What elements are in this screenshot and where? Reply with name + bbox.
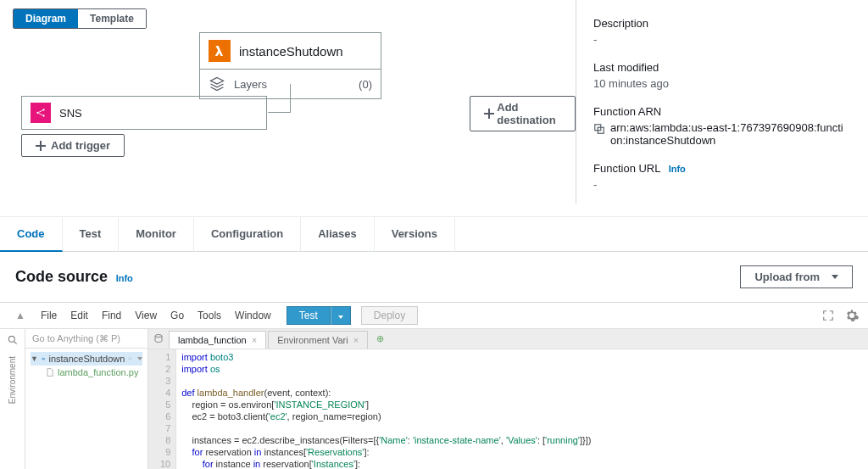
function-url-label: Function URL <box>593 162 660 175</box>
svg-point-0 <box>36 112 38 114</box>
last-modified-label: Last modified <box>593 61 847 74</box>
add-trigger-label: Add trigger <box>51 139 110 152</box>
svg-point-2 <box>42 114 44 116</box>
chevron-down-icon <box>137 357 142 360</box>
connector <box>290 84 291 113</box>
environment-tab[interactable]: Environment <box>8 356 17 404</box>
plus-icon <box>484 109 492 119</box>
tab-diagram[interactable]: Diagram <box>14 9 78 28</box>
code-editor[interactable]: 1234567891011121314 import boto3import o… <box>148 349 868 469</box>
svg-point-1 <box>42 109 44 110</box>
info-link[interactable]: Info <box>669 164 686 174</box>
add-destination-label: Add destination <box>497 101 561 126</box>
tree-file[interactable]: lambda_function.py <box>31 366 142 379</box>
connector <box>268 112 291 113</box>
tree-file-label: lambda_function.py <box>58 367 138 377</box>
tab-configuration[interactable]: Configuration <box>194 217 301 251</box>
function-name-label: instanceShutdown <box>239 44 343 59</box>
ide-test-button[interactable]: Test <box>287 306 331 325</box>
copy-icon[interactable] <box>593 123 605 135</box>
editor-tab[interactable]: Environment Vari× <box>268 331 368 349</box>
editor-tabs: lambda_function×Environment Vari×⊕ <box>148 329 868 349</box>
layers-label: Layers <box>234 78 267 91</box>
svg-point-5 <box>8 336 14 342</box>
tree-folder-root[interactable]: ▼ instanceShutdown <box>31 352 142 366</box>
plus-icon <box>36 141 46 151</box>
tab-code[interactable]: Code <box>0 217 63 252</box>
ide-menubar: ▲ FileEditFindViewGoToolsWindow Test Dep… <box>0 303 868 329</box>
tab-template[interactable]: Template <box>78 9 146 28</box>
tab-aliases[interactable]: Aliases <box>301 217 375 251</box>
info-link[interactable]: Info <box>116 273 133 283</box>
function-url-value: - <box>593 178 847 191</box>
svg-point-6 <box>130 358 131 359</box>
collapse-icon[interactable]: ▲ <box>8 310 32 321</box>
trigger-node-sns[interactable]: SNS <box>21 96 267 130</box>
fullscreen-icon[interactable] <box>822 310 834 321</box>
editor-tab-label: Environment Vari <box>277 335 348 345</box>
layers-count: (0) <box>359 78 372 91</box>
gear-icon[interactable] <box>844 308 860 323</box>
ide-menu-edit[interactable]: Edit <box>64 308 95 323</box>
upload-from-button[interactable]: Upload from <box>740 265 853 288</box>
file-icon <box>46 368 54 377</box>
tab-versions[interactable]: Versions <box>375 217 455 251</box>
ide-editor: ▲ FileEditFindViewGoToolsWindow Test Dep… <box>0 302 868 469</box>
ide-menu-file[interactable]: File <box>34 308 64 323</box>
code-source-title: Code source <box>15 268 108 285</box>
close-icon[interactable]: × <box>353 335 359 345</box>
add-trigger-button[interactable]: Add trigger <box>21 134 125 157</box>
upload-from-label: Upload from <box>754 271 820 283</box>
search-icon[interactable] <box>7 334 19 346</box>
description-value: - <box>593 33 847 46</box>
ide-menu-find[interactable]: Find <box>95 308 128 323</box>
tab-monitor[interactable]: Monitor <box>119 217 194 251</box>
add-destination-button[interactable]: Add destination <box>470 96 576 131</box>
ide-deploy-button: Deploy <box>361 306 418 325</box>
outline-icon[interactable] <box>148 330 169 349</box>
ide-menu-tools[interactable]: Tools <box>191 308 228 323</box>
trigger-label: SNS <box>59 107 82 120</box>
goto-anything-input[interactable] <box>25 329 147 349</box>
chevron-down-icon <box>832 275 838 279</box>
chevron-down-icon <box>338 315 343 319</box>
function-arn-label: Function ARN <box>593 105 847 118</box>
add-tab-button[interactable]: ⊕ <box>370 330 391 348</box>
editor-tab[interactable]: lambda_function× <box>169 331 266 349</box>
layers-icon <box>209 75 225 92</box>
gear-icon[interactable] <box>128 354 132 364</box>
ide-menu-view[interactable]: View <box>128 308 164 323</box>
function-tabs: CodeTestMonitorConfigurationAliasesVersi… <box>0 216 868 252</box>
ide-menu-go[interactable]: Go <box>164 308 191 323</box>
editor-tab-label: lambda_function <box>178 335 247 345</box>
ide-menu-window[interactable]: Window <box>228 308 278 323</box>
ide-file-explorer: ▼ instanceShutdown lambda_function.py <box>25 329 148 469</box>
sns-icon <box>31 103 51 123</box>
ide-activity-bar: Environment <box>0 329 25 469</box>
tree-root-label: instanceShutdown <box>49 354 125 364</box>
lambda-icon <box>209 40 231 62</box>
svg-point-7 <box>155 334 162 337</box>
tab-test[interactable]: Test <box>63 217 120 251</box>
info-panel: Description - Last modified 10 minutes a… <box>576 0 860 204</box>
last-modified-value: 10 minutes ago <box>593 77 847 90</box>
folder-icon <box>42 355 46 363</box>
description-label: Description <box>593 17 847 30</box>
view-toggle: Diagram Template <box>13 8 147 29</box>
function-arn-value: arn:aws:lambda:us-east-1:767397690908:fu… <box>610 121 847 147</box>
diagram-canvas: Diagram Template instanceShutdown Layers… <box>8 0 576 204</box>
close-icon[interactable]: × <box>252 335 257 345</box>
ide-test-dropdown[interactable] <box>331 306 351 325</box>
